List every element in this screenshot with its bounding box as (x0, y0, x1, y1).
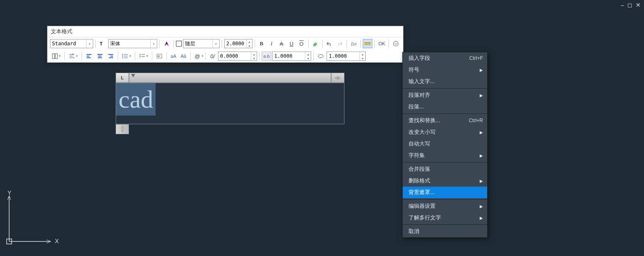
line-spacing-button[interactable]: ▾ (120, 52, 133, 61)
uppercase-button[interactable]: aA (169, 52, 178, 61)
oblique-field[interactable] (327, 52, 359, 60)
align-left-button[interactable] (84, 52, 94, 61)
submenu-arrow-icon: ▶ (480, 93, 483, 98)
width-field[interactable] (272, 52, 305, 60)
eraser-icon[interactable] (311, 39, 320, 48)
layer-color-input[interactable] (183, 39, 213, 48)
separator (374, 39, 375, 48)
strikethrough-button[interactable]: A (277, 39, 286, 48)
justify-menu-icon[interactable]: ▾ (67, 52, 79, 61)
chevron-down-icon[interactable]: ▾ (150, 39, 157, 48)
align-right-button[interactable] (106, 52, 116, 61)
context-menu: 插入字段Ctrl+F符号▶输入文字...段落对齐▶段落...查找和替换...Ct… (402, 52, 488, 238)
columns-icon[interactable]: ▾ (50, 52, 62, 61)
menu-item[interactable]: 改变大小写▶ (403, 126, 487, 138)
style-input[interactable] (50, 39, 86, 48)
symbol-button[interactable]: @ (193, 52, 202, 61)
indent-handle[interactable] (131, 74, 135, 77)
width-prefix-icon: a·b (262, 52, 271, 61)
ruler-width-handle[interactable]: ◁▷ (331, 73, 344, 83)
maximize-button[interactable]: ◻ (627, 2, 632, 8)
style-dropdown[interactable]: ▾ (50, 39, 93, 48)
bold-button[interactable]: B (257, 39, 266, 48)
chevron-down-icon[interactable]: ▾ (86, 39, 93, 48)
menu-item[interactable]: 段落对齐▶ (403, 89, 487, 101)
menu-item[interactable]: 删除格式▶ (403, 175, 487, 187)
menu-shortcut: Ctrl+F (469, 55, 483, 61)
separator (322, 39, 323, 48)
align-center-button[interactable] (95, 52, 105, 61)
spin-up[interactable]: ▲ (360, 52, 365, 56)
menu-item[interactable]: 查找和替换...Ctrl+R (403, 115, 487, 126)
chevron-down-icon[interactable]: ▾ (213, 39, 219, 48)
font-input[interactable] (109, 39, 150, 48)
menu-item[interactable]: 自动大写 (403, 138, 487, 150)
ruler[interactable] (129, 73, 331, 83)
tracking-input[interactable]: ▲▼ (218, 52, 257, 61)
menu-item[interactable]: 背景遮罩... (403, 187, 487, 198)
ruler-toggle-button[interactable] (363, 39, 372, 48)
separator (222, 39, 222, 48)
menu-item[interactable]: 插入字段Ctrl+F (403, 52, 487, 64)
stack-fraction-icon[interactable]: ba (349, 39, 358, 48)
text-height-input[interactable]: ▲▼ (224, 39, 253, 48)
underline-button[interactable]: U (287, 39, 296, 48)
menu-item[interactable]: 了解多行文字▶ (403, 212, 487, 224)
separator (166, 52, 167, 60)
window-controls: – ◻ ✕ (621, 2, 641, 8)
tracking-field[interactable] (218, 52, 251, 60)
menu-item-label: 合并段落 (409, 165, 430, 173)
spin-down[interactable]: ▼ (247, 44, 252, 48)
panel-title: 文本格式 (47, 26, 403, 37)
ruler-tab[interactable]: L (116, 73, 129, 83)
text-edit-area[interactable]: cad (116, 83, 344, 124)
selected-text[interactable]: cad (116, 83, 156, 116)
insert-field-button[interactable]: ≡ (154, 52, 164, 61)
ok-button[interactable]: OK (377, 39, 386, 48)
spin-up[interactable]: ▲ (247, 39, 252, 44)
menu-item[interactable]: 输入文字... (403, 76, 487, 87)
menu-item[interactable]: 取消 (403, 226, 487, 237)
color-swatch[interactable] (176, 41, 182, 47)
overline-button[interactable]: O (297, 39, 306, 48)
spin-down[interactable]: ▼ (251, 56, 257, 60)
svg-text:2: 2 (139, 55, 141, 58)
svg-rect-8 (55, 54, 57, 59)
menu-shortcut: Ctrl+R (469, 118, 483, 123)
spin-up[interactable]: ▲ (305, 52, 311, 56)
separator (347, 39, 347, 48)
spin-down[interactable]: ▼ (305, 56, 311, 60)
redo-button[interactable] (335, 39, 344, 48)
submenu-arrow-icon: ▶ (480, 130, 483, 135)
font-dropdown[interactable]: ▾ (108, 39, 157, 48)
minimize-button[interactable]: – (621, 2, 624, 8)
annotative-icon[interactable] (162, 39, 171, 48)
ruler-height-handle[interactable]: △▽ (116, 124, 129, 134)
separator (313, 52, 314, 60)
menu-item[interactable]: 合并段落 (403, 163, 487, 175)
lowercase-button[interactable]: Aā (179, 52, 188, 61)
menu-item[interactable]: 字符集▶ (403, 150, 487, 161)
spin-down[interactable]: ▼ (360, 56, 365, 60)
options-dropdown-icon[interactable] (391, 39, 401, 48)
menu-item[interactable]: 编辑器设置▶ (403, 200, 487, 212)
oblique-input[interactable]: ▲▼ (327, 52, 366, 61)
menu-item[interactable]: 符号▶ (403, 64, 487, 76)
spin-up[interactable]: ▲ (251, 52, 257, 56)
height-field[interactable] (225, 39, 246, 48)
layer-color-dropdown[interactable]: ▾ (183, 39, 220, 48)
oblique-icon[interactable]: 0/ (208, 52, 217, 61)
separator (190, 52, 191, 60)
separator (308, 39, 309, 48)
menu-item[interactable]: 段落... (403, 101, 487, 113)
undo-button[interactable] (324, 39, 334, 48)
menu-item-label: 了解多行文字 (409, 214, 441, 222)
italic-button[interactable]: I (267, 39, 276, 48)
close-button[interactable]: ✕ (636, 2, 641, 8)
menu-item-label: 改变大小写 (409, 128, 436, 136)
toolbar-row-1: ▾ T ▾ ▾ ▲▼ B I A U O (47, 37, 403, 50)
width-factor-input[interactable]: ▲▼ (272, 52, 311, 61)
separator (255, 39, 255, 48)
numbering-button[interactable]: 12 ▾ (137, 52, 150, 61)
separator (135, 52, 135, 60)
